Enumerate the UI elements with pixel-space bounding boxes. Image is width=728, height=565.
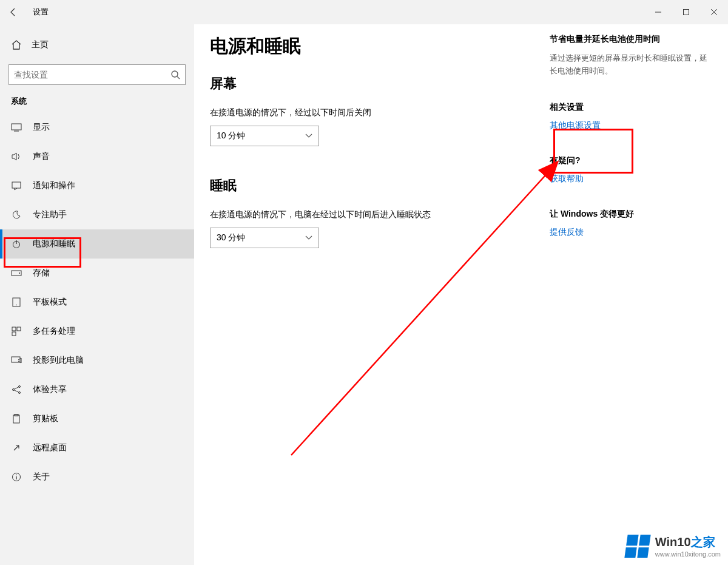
search-input[interactable]	[14, 70, 170, 80]
back-button[interactable]	[0, 0, 27, 24]
svg-line-20	[15, 387, 19, 389]
windows-logo-icon	[624, 535, 650, 558]
sidebar-item-focus[interactable]: 专注助手	[0, 200, 194, 229]
maximize-icon	[682, 8, 690, 16]
projection-icon	[11, 355, 22, 366]
sidebar-item-about[interactable]: 关于	[0, 462, 194, 492]
display-icon	[11, 122, 22, 133]
window-title: 设置	[27, 7, 49, 18]
minimize-button[interactable]	[644, 2, 672, 22]
svg-point-26	[16, 475, 17, 476]
multitask-icon	[11, 326, 22, 337]
main-content: 电源和睡眠 屏幕 在接通电源的情况下，经过以下时间后关闭 10 分钟 睡眠 在接…	[194, 24, 728, 565]
screen-timeout-select[interactable]: 10 分钟	[210, 126, 319, 146]
sidebar-item-label: 体验共享	[33, 384, 67, 395]
page-title: 电源和睡眠	[210, 34, 550, 59]
sidebar-item-label: 通知和操作	[33, 180, 75, 191]
sidebar-item-projection[interactable]: 投影到此电脑	[0, 346, 194, 375]
section-label: 系统	[0, 91, 194, 113]
feedback-title: 让 Windows 变得更好	[550, 209, 707, 220]
notification-icon	[11, 180, 22, 191]
home-button[interactable]: 主页	[0, 33, 194, 57]
question-title: 有疑问?	[550, 155, 707, 166]
sidebar-item-label: 声音	[33, 151, 50, 162]
sidebar-item-label: 专注助手	[33, 209, 67, 220]
svg-point-17	[13, 389, 15, 391]
sidebar-item-storage[interactable]: 存储	[0, 259, 194, 288]
give-feedback-link[interactable]: 提供反馈	[550, 227, 707, 238]
window-controls	[644, 2, 728, 22]
moon-icon	[11, 209, 22, 220]
sleep-timeout-select[interactable]: 30 分钟	[210, 228, 319, 248]
section-sleep-heading: 睡眠	[210, 177, 550, 195]
sidebar-item-label: 投影到此电脑	[33, 355, 84, 366]
sidebar-item-power[interactable]: 电源和睡眠	[0, 229, 194, 259]
watermark-url: www.win10xitong.com	[655, 550, 721, 558]
sidebar-item-label: 显示	[33, 122, 50, 133]
svg-point-19	[19, 392, 21, 394]
svg-rect-14	[17, 327, 21, 331]
svg-rect-15	[12, 332, 16, 336]
section-screen-heading: 屏幕	[210, 75, 550, 93]
chevron-down-icon	[305, 134, 312, 138]
share-icon	[11, 384, 22, 395]
close-button[interactable]	[700, 2, 728, 22]
remote-icon	[11, 442, 22, 453]
close-icon	[710, 8, 718, 16]
svg-rect-6	[12, 182, 21, 188]
sidebar-item-clipboard[interactable]: 剪贴板	[0, 404, 194, 433]
sidebar-item-multitask[interactable]: 多任务处理	[0, 317, 194, 346]
sidebar-item-label: 电源和睡眠	[33, 239, 75, 249]
power-icon	[11, 239, 22, 249]
related-title: 相关设置	[550, 102, 707, 113]
sleep-timeout-value: 30 分钟	[217, 232, 245, 243]
svg-rect-4	[12, 124, 21, 130]
sound-icon	[11, 151, 22, 162]
sidebar-item-label: 剪贴板	[33, 413, 58, 424]
tablet-icon	[11, 297, 22, 308]
chevron-down-icon	[305, 235, 312, 240]
search-icon	[170, 70, 180, 80]
tip-title: 节省电量并延长电池使用时间	[550, 34, 707, 45]
watermark: Win10之家 www.win10xitong.com	[626, 534, 721, 558]
svg-point-2	[172, 71, 178, 77]
watermark-brand: Win10之家	[655, 534, 721, 550]
sidebar-item-notifications[interactable]: 通知和操作	[0, 171, 194, 200]
sidebar-item-label: 关于	[33, 472, 50, 482]
info-icon	[11, 472, 22, 482]
get-help-link[interactable]: 获取帮助	[550, 174, 707, 184]
screen-timeout-value: 10 分钟	[217, 130, 245, 141]
storage-icon	[11, 268, 22, 279]
titlebar: 设置	[0, 0, 728, 24]
arrow-left-icon	[8, 7, 18, 17]
tip-text: 通过选择更短的屏幕显示时长和睡眠设置，延长电池使用时间。	[550, 52, 707, 78]
aside-panel: 节省电量并延长电池使用时间 通过选择更短的屏幕显示时长和睡眠设置，延长电池使用时…	[550, 34, 707, 565]
home-label: 主页	[32, 39, 49, 50]
svg-rect-13	[12, 327, 16, 331]
additional-power-settings-link[interactable]: 其他电源设置	[550, 120, 707, 131]
svg-point-12	[16, 305, 17, 306]
svg-line-21	[15, 390, 19, 392]
sidebar-item-label: 平板模式	[33, 297, 67, 308]
sidebar-item-label: 多任务处理	[33, 326, 75, 337]
sidebar-item-sharing[interactable]: 体验共享	[0, 375, 194, 404]
svg-line-3	[177, 76, 180, 79]
svg-rect-1	[684, 10, 689, 15]
sidebar-item-label: 存储	[33, 268, 50, 279]
sidebar-item-tablet[interactable]: 平板模式	[0, 288, 194, 317]
screen-timeout-label: 在接通电源的情况下，经过以下时间后关闭	[210, 107, 550, 118]
sidebar: 主页 系统 显示 声音 通知和操作 专注助手	[0, 24, 194, 565]
svg-point-18	[19, 386, 21, 388]
search-box[interactable]	[8, 64, 186, 85]
sidebar-item-remote[interactable]: 远程桌面	[0, 433, 194, 462]
clipboard-icon	[11, 413, 22, 424]
sidebar-item-sound[interactable]: 声音	[0, 142, 194, 171]
svg-point-10	[19, 272, 20, 274]
sidebar-item-display[interactable]: 显示	[0, 113, 194, 142]
maximize-button[interactable]	[672, 2, 700, 22]
home-icon	[11, 39, 22, 50]
sidebar-item-label: 远程桌面	[33, 442, 67, 453]
sleep-timeout-label: 在接通电源的情况下，电脑在经过以下时间后进入睡眠状态	[210, 209, 550, 220]
minimize-icon	[655, 8, 662, 16]
